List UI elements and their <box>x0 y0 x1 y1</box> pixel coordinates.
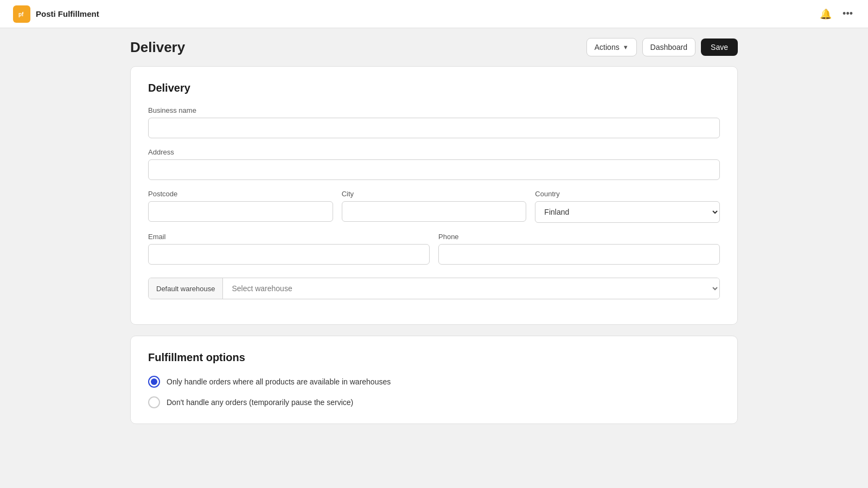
phone-input[interactable] <box>438 244 720 265</box>
email-group: Email <box>148 233 430 265</box>
warehouse-group: Default warehouse Select warehouse <box>148 278 720 299</box>
business-name-label: Business name <box>148 106 720 114</box>
country-select[interactable]: Finland Sweden Norway Denmark Estonia <box>535 201 720 223</box>
postcode-group: Postcode <box>148 190 333 223</box>
more-options-button[interactable]: ••• <box>840 6 855 22</box>
chevron-down-icon: ▼ <box>623 44 629 50</box>
country-group: Country Finland Sweden Norway Denmark Es… <box>535 190 720 223</box>
top-bar: pf Posti Fulfillment 🔔 ••• <box>0 0 868 28</box>
delivery-card-title: Delivery <box>148 82 720 94</box>
postcode-label: Postcode <box>148 190 333 198</box>
city-label: City <box>342 190 527 198</box>
business-name-group: Business name <box>148 106 720 138</box>
top-bar-left: pf Posti Fulfillment <box>13 5 99 23</box>
header-row: Delivery Actions ▼ Dashboard Save <box>0 28 868 66</box>
app-icon: pf <box>13 5 30 23</box>
city-input[interactable] <box>342 201 527 222</box>
warehouse-row: Default warehouse Select warehouse <box>148 278 720 299</box>
fulfillment-card-title: Fulfillment options <box>148 351 720 364</box>
email-input[interactable] <box>148 244 430 265</box>
postcode-input[interactable] <box>148 201 333 222</box>
notifications-button[interactable]: 🔔 <box>818 6 834 22</box>
actions-button[interactable]: Actions ▼ <box>586 38 637 56</box>
top-bar-right: 🔔 ••• <box>818 6 855 22</box>
country-label: Country <box>535 190 720 198</box>
delivery-card: Delivery Business name Address Postcode … <box>130 66 738 325</box>
business-name-input[interactable] <box>148 118 720 138</box>
phone-group: Phone <box>438 233 720 265</box>
main-content: Delivery Business name Address Postcode … <box>0 66 868 488</box>
page-title: Delivery <box>130 39 185 56</box>
phone-label: Phone <box>438 233 720 241</box>
email-phone-row: Email Phone <box>148 233 720 274</box>
fulfillment-card: Fulfillment options Only handle orders w… <box>130 336 738 424</box>
email-label: Email <box>148 233 430 241</box>
app-name: Posti Fulfillment <box>36 9 99 18</box>
dashboard-button[interactable]: Dashboard <box>642 38 696 56</box>
city-group: City <box>342 190 527 223</box>
fulfillment-option1-label: Only handle orders where all products ar… <box>167 377 391 386</box>
radio-option2-indicator <box>148 396 160 408</box>
save-button[interactable]: Save <box>701 38 738 56</box>
fulfillment-option1[interactable]: Only handle orders where all products ar… <box>148 376 720 388</box>
address-group: Address <box>148 148 720 180</box>
fulfillment-radio-group: Only handle orders where all products ar… <box>148 376 720 408</box>
radio-option1-indicator <box>148 376 160 388</box>
address-input[interactable] <box>148 159 720 180</box>
fulfillment-option2-label: Don't handle any orders (temporarily pau… <box>167 398 353 407</box>
warehouse-label: Default warehouse <box>149 278 223 299</box>
fulfillment-option2[interactable]: Don't handle any orders (temporarily pau… <box>148 396 720 408</box>
warehouse-select[interactable]: Select warehouse <box>223 278 719 299</box>
svg-text:pf: pf <box>18 11 24 17</box>
header-actions: Actions ▼ Dashboard Save <box>586 38 738 56</box>
address-label: Address <box>148 148 720 156</box>
postcode-city-country-row: Postcode City Country Finland Sweden Nor… <box>148 190 720 233</box>
